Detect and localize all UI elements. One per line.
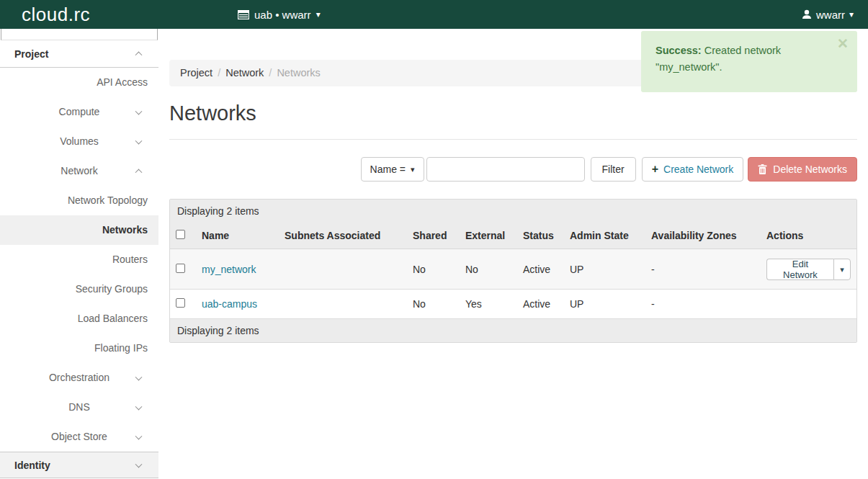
select-all-checkbox[interactable] — [176, 230, 185, 239]
table-row: uab-campus No Yes Active UP - — [170, 290, 856, 319]
networks-table-panel: Displaying 2 items Name Subnets Associat… — [169, 199, 857, 343]
delete-networks-button[interactable]: Delete Networks — [748, 157, 857, 182]
chevron-down-icon — [135, 403, 143, 410]
sidebar-item-load-balancers[interactable]: Load Balancers — [0, 304, 158, 333]
sidebar-section-label: Project — [14, 48, 48, 60]
cell-shared: No — [407, 249, 460, 290]
delete-networks-label: Delete Networks — [773, 164, 847, 175]
sidebar-item-label: Object Store — [51, 431, 107, 442]
filter-search-input[interactable] — [426, 157, 585, 182]
breadcrumb-separator: / — [218, 67, 220, 79]
col-header-name: Name — [196, 223, 279, 249]
sidebar-item-label: Volumes — [60, 135, 99, 147]
sidebar-item-label: Compute — [59, 106, 100, 117]
breadcrumb-project[interactable]: Project — [180, 67, 212, 79]
col-header-admin-state: Admin State — [564, 223, 645, 249]
table-actions-row: Name = ▾ Filter + Create Network Delete … — [169, 157, 857, 182]
sidebar-section-project[interactable]: Project — [0, 40, 158, 68]
context-switcher-label: uab • wwarr — [254, 9, 311, 21]
chevron-down-icon — [135, 107, 143, 115]
chevron-down-icon — [135, 373, 143, 380]
create-network-button[interactable]: + Create Network — [642, 157, 744, 182]
title-divider — [169, 139, 857, 140]
close-icon[interactable]: ✕ — [837, 37, 849, 50]
edit-network-button[interactable]: Edit Network — [766, 259, 833, 280]
filter-field-dropdown[interactable]: Name = ▾ — [361, 157, 424, 182]
project-context-switcher[interactable]: uab • wwarr ▾ — [238, 0, 321, 29]
network-name-link[interactable]: uab-campus — [202, 298, 257, 310]
chevron-up-icon — [135, 169, 143, 176]
chevron-down-icon — [135, 137, 143, 144]
sidebar-item-volumes[interactable]: Volumes — [0, 127, 158, 156]
sidebar-section-identity[interactable]: Identity — [0, 452, 158, 478]
sidebar-item-network[interactable]: Network — [0, 156, 158, 186]
sidebar-item-label: Load Balancers — [78, 313, 148, 324]
table-caption-top: Displaying 2 items — [170, 200, 856, 223]
col-header-actions: Actions — [761, 223, 856, 249]
row-checkbox[interactable] — [176, 298, 185, 308]
network-name-link[interactable]: my_network — [202, 264, 256, 275]
cell-actions-empty — [761, 290, 856, 319]
networks-table: Name Subnets Associated Shared External … — [170, 223, 856, 318]
col-header-external: External — [460, 223, 517, 249]
cell-status: Active — [517, 249, 564, 290]
top-navbar: cloud.rc uab • wwarr ▾ wwarr ▾ — [0, 0, 868, 29]
sidebar-item-compute[interactable]: Compute — [0, 97, 158, 127]
sidebar-item-label: Security Groups — [76, 283, 148, 295]
sidebar-item-label: Routers — [112, 254, 148, 265]
chevron-down-icon: ▾ — [411, 166, 415, 174]
create-network-label: Create Network — [663, 164, 733, 175]
row-checkbox[interactable] — [176, 264, 185, 273]
filter-field-label: Name = — [370, 164, 406, 175]
col-header-subnets-associated: Subnets Associated — [279, 223, 407, 249]
cell-subnets — [279, 290, 407, 319]
col-header-shared: Shared — [407, 223, 460, 249]
sidebar-item-object-store[interactable]: Object Store — [0, 422, 158, 452]
row-actions-dropdown-toggle[interactable]: ▾ — [833, 259, 851, 280]
sidebar-item-networks[interactable]: Networks — [0, 215, 158, 245]
sidebar-item-routers[interactable]: Routers — [0, 245, 158, 274]
sidebar-item-label: DNS — [68, 401, 90, 413]
filter-button[interactable]: Filter — [591, 157, 636, 182]
chevron-up-icon — [135, 51, 143, 58]
cell-subnets — [279, 249, 407, 290]
sidebar-item-label: Network — [61, 165, 97, 176]
sidebar-item-network-topology[interactable]: Network Topology — [0, 186, 158, 215]
cell-status: Active — [517, 290, 564, 319]
sidebar-item-floating-ips[interactable]: Floating IPs — [0, 333, 158, 363]
plus-icon: + — [652, 163, 658, 176]
chevron-down-icon: ▾ — [849, 10, 854, 19]
sidebar-item-api-access[interactable]: API Access — [0, 68, 158, 97]
chevron-down-icon: ▾ — [840, 266, 844, 274]
cell-external: Yes — [460, 290, 517, 319]
col-header-availability-zones: Availability Zones — [645, 223, 761, 249]
sidebar-item-label: Networks — [102, 224, 148, 236]
toast-title: Success: — [656, 45, 702, 56]
sidebar-item-orchestration[interactable]: Orchestration — [0, 363, 158, 393]
sidebar-section-label: Identity — [14, 460, 50, 471]
user-menu[interactable]: wwarr ▾ — [802, 0, 854, 29]
user-name-label: wwarr — [816, 9, 845, 21]
cell-shared: No — [407, 290, 460, 319]
cell-admin-state: UP — [564, 249, 645, 290]
chevron-down-icon — [135, 460, 143, 467]
cell-availability-zones: - — [645, 290, 761, 319]
sidebar-item-label: Network Topology — [68, 194, 148, 206]
sidebar-item-security-groups[interactable]: Security Groups — [0, 274, 158, 304]
sidebar-item-label: Orchestration — [49, 372, 109, 383]
brand-logo[interactable]: cloud.rc — [22, 0, 90, 29]
sidebar-item-label: Floating IPs — [94, 342, 148, 354]
list-icon — [238, 10, 249, 19]
sidebar-item-label: API Access — [97, 76, 148, 88]
breadcrumb-network[interactable]: Network — [225, 67, 264, 79]
cell-availability-zones: - — [645, 249, 761, 290]
sidebar-item-dns[interactable]: DNS — [0, 393, 158, 422]
breadcrumb-separator: / — [269, 67, 272, 79]
success-toast: ✕ Success: Created network "my_network". — [641, 31, 857, 92]
trash-icon — [758, 164, 767, 174]
cell-external: No — [460, 249, 517, 290]
table-caption-bottom: Displaying 2 items — [170, 318, 856, 342]
chevron-down-icon — [135, 432, 143, 439]
cell-admin-state: UP — [564, 290, 645, 319]
sidebar-nav: Project API Access Compute Volumes Netwo… — [0, 29, 158, 479]
